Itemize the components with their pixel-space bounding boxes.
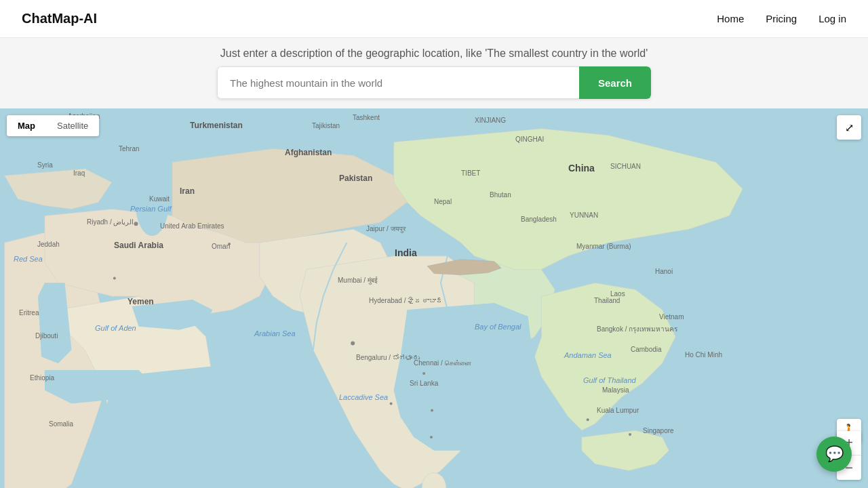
- nav-home[interactable]: Home: [717, 13, 744, 24]
- search-button[interactable]: Search: [579, 66, 651, 99]
- map-type-satellite-button[interactable]: Satellite: [46, 115, 99, 136]
- svg-point-2: [136, 169, 169, 236]
- nav: Home Pricing Log in: [717, 13, 846, 24]
- hero-subtitle: Just enter a description of the geograph…: [0, 38, 868, 66]
- fullscreen-icon: ⤢: [845, 121, 854, 134]
- map-svg: [0, 108, 868, 488]
- svg-point-4: [228, 243, 231, 245]
- nav-pricing[interactable]: Pricing: [766, 13, 797, 24]
- search-input[interactable]: [217, 66, 579, 99]
- svg-point-10: [422, 372, 425, 375]
- logo[interactable]: ChatMap-AI: [22, 11, 97, 26]
- svg-point-9: [430, 436, 433, 439]
- svg-point-3: [134, 222, 138, 226]
- chat-icon: 💬: [825, 445, 844, 463]
- chat-button[interactable]: 💬: [816, 436, 852, 472]
- map-canvas[interactable]: Tashkent Turkmenistan Azerbaijan Tajikis…: [0, 108, 868, 488]
- search-bar-container: Search: [0, 66, 868, 108]
- search-bar: Search: [217, 66, 651, 99]
- svg-point-11: [629, 433, 631, 436]
- map-type-controls: Map Satellite: [7, 115, 99, 136]
- svg-point-8: [431, 409, 433, 411]
- svg-point-12: [587, 418, 589, 421]
- svg-point-7: [390, 403, 393, 405]
- map-wrapper: Tashkent Turkmenistan Azerbaijan Tajikis…: [0, 108, 868, 488]
- nav-login[interactable]: Log in: [818, 13, 846, 24]
- svg-point-6: [351, 341, 355, 345]
- fullscreen-button[interactable]: ⤢: [837, 115, 861, 140]
- svg-point-5: [113, 277, 116, 279]
- map-type-map-button[interactable]: Map: [7, 115, 46, 136]
- header: ChatMap-AI Home Pricing Log in: [0, 0, 868, 38]
